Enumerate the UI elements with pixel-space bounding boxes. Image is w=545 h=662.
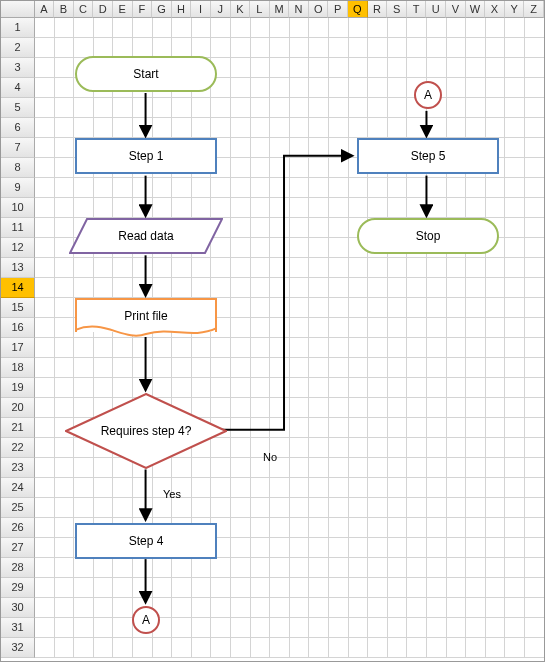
row-header-2[interactable]: 2 [1, 38, 35, 58]
row-header-9[interactable]: 9 [1, 178, 35, 198]
terminator-stop[interactable]: Stop [357, 218, 499, 254]
row-header-23[interactable]: 23 [1, 458, 35, 478]
column-header-V[interactable]: V [446, 1, 466, 18]
spreadsheet-window: ABCDEFGHIJKLMNOPQRSTUVWXYZ 1234567891011… [0, 0, 545, 662]
row-header-10[interactable]: 10 [1, 198, 35, 218]
row-header-25[interactable]: 25 [1, 498, 35, 518]
column-header-D[interactable]: D [93, 1, 113, 18]
column-header-Y[interactable]: Y [505, 1, 525, 18]
row-header-5[interactable]: 5 [1, 98, 35, 118]
column-header-J[interactable]: J [211, 1, 231, 18]
connector-a-bottom[interactable]: A [132, 606, 160, 634]
terminator-start[interactable]: Start [75, 56, 217, 92]
row-header-13[interactable]: 13 [1, 258, 35, 278]
label-no: No [263, 451, 277, 463]
column-header-W[interactable]: W [466, 1, 486, 18]
select-all-corner[interactable] [1, 1, 35, 18]
column-header-E[interactable]: E [113, 1, 133, 18]
column-header-C[interactable]: C [74, 1, 94, 18]
row-header-24[interactable]: 24 [1, 478, 35, 498]
decision-requires-step4[interactable]: Requires step 4? [65, 393, 227, 469]
column-header-A[interactable]: A [35, 1, 55, 18]
row-header-30[interactable]: 30 [1, 598, 35, 618]
row-header-32[interactable]: 32 [1, 638, 35, 658]
row-header-31[interactable]: 31 [1, 618, 35, 638]
row-header-19[interactable]: 19 [1, 378, 35, 398]
row-header-6[interactable]: 6 [1, 118, 35, 138]
column-header-R[interactable]: R [368, 1, 388, 18]
column-header-M[interactable]: M [270, 1, 290, 18]
label-yes: Yes [163, 488, 181, 500]
column-header-X[interactable]: X [485, 1, 505, 18]
row-header-27[interactable]: 27 [1, 538, 35, 558]
process-step1[interactable]: Step 1 [75, 138, 217, 174]
row-header-22[interactable]: 22 [1, 438, 35, 458]
column-header-T[interactable]: T [407, 1, 427, 18]
row-header-26[interactable]: 26 [1, 518, 35, 538]
row-header-7[interactable]: 7 [1, 138, 35, 158]
row-header-14[interactable]: 14 [1, 278, 35, 298]
process-step5[interactable]: Step 5 [357, 138, 499, 174]
row-header-8[interactable]: 8 [1, 158, 35, 178]
column-header-F[interactable]: F [133, 1, 153, 18]
column-header-U[interactable]: U [426, 1, 446, 18]
column-header-L[interactable]: L [250, 1, 270, 18]
column-header-P[interactable]: P [328, 1, 348, 18]
row-header-15[interactable]: 15 [1, 298, 35, 318]
row-header-18[interactable]: 18 [1, 358, 35, 378]
column-header-row: ABCDEFGHIJKLMNOPQRSTUVWXYZ [1, 1, 544, 18]
column-header-Q[interactable]: Q [348, 1, 368, 18]
row-header-29[interactable]: 29 [1, 578, 35, 598]
row-header-20[interactable]: 20 [1, 398, 35, 418]
row-header-17[interactable]: 17 [1, 338, 35, 358]
document-print[interactable]: Print file [75, 298, 217, 332]
data-read[interactable]: Read data [69, 218, 223, 254]
column-header-Z[interactable]: Z [524, 1, 544, 18]
cell-grid[interactable]: Start Step 1 Read data Print file Requir… [35, 18, 544, 661]
column-header-H[interactable]: H [172, 1, 192, 18]
row-header-21[interactable]: 21 [1, 418, 35, 438]
column-header-G[interactable]: G [152, 1, 172, 18]
column-header-N[interactable]: N [289, 1, 309, 18]
row-header-11[interactable]: 11 [1, 218, 35, 238]
row-header-column: 1234567891011121314151617181920212223242… [1, 18, 35, 658]
row-header-16[interactable]: 16 [1, 318, 35, 338]
row-header-1[interactable]: 1 [1, 18, 35, 38]
column-header-S[interactable]: S [387, 1, 407, 18]
process-step4[interactable]: Step 4 [75, 523, 217, 559]
column-header-O[interactable]: O [309, 1, 329, 18]
row-header-12[interactable]: 12 [1, 238, 35, 258]
row-header-28[interactable]: 28 [1, 558, 35, 578]
column-header-K[interactable]: K [231, 1, 251, 18]
column-header-I[interactable]: I [191, 1, 211, 18]
row-header-4[interactable]: 4 [1, 78, 35, 98]
row-header-3[interactable]: 3 [1, 58, 35, 78]
connector-a-top[interactable]: A [414, 81, 442, 109]
column-header-B[interactable]: B [54, 1, 74, 18]
